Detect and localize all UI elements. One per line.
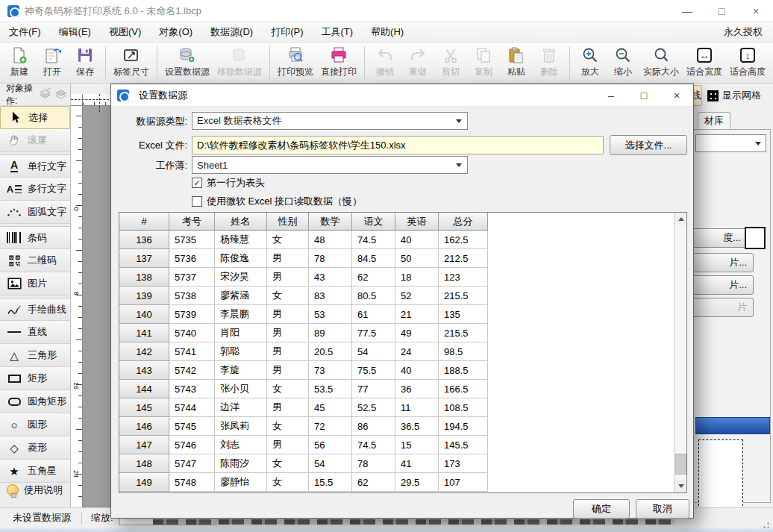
direct-print-button[interactable]: 直接打印 xyxy=(317,44,360,81)
new-button[interactable]: 新建 xyxy=(3,44,36,81)
column-header[interactable]: # xyxy=(119,213,169,231)
open-file-icon xyxy=(43,46,61,65)
worksheet-dropdown[interactable]: Sheet1 xyxy=(192,156,468,174)
column-header[interactable]: 姓名 xyxy=(215,213,267,231)
tool-diamond[interactable]: ◇ 菱形 xyxy=(0,436,70,460)
column-header[interactable]: 总分 xyxy=(439,213,488,231)
minimize-button[interactable]: — xyxy=(670,0,704,22)
table-row[interactable]: 1415740肖阳男8977.549215.5 xyxy=(119,324,488,342)
show-grid-button[interactable]: 显示网格 xyxy=(704,85,772,106)
dialog-maximize-button[interactable]: □ xyxy=(628,84,660,106)
tool-arc-text[interactable]: 圆弧文字 xyxy=(0,201,70,224)
tool-triangle[interactable]: △ 三角形 xyxy=(0,344,70,367)
tool-qrcode[interactable]: 二维码 xyxy=(0,249,70,272)
table-cell: 20.5 xyxy=(309,342,352,361)
table-cell: 24 xyxy=(395,342,439,361)
paste-button[interactable]: 粘贴 xyxy=(500,44,533,81)
dialog-close-button[interactable]: × xyxy=(660,84,693,106)
column-header[interactable]: 英语 xyxy=(395,213,439,231)
checkbox-unchecked-icon[interactable] xyxy=(192,196,202,207)
menu-tools[interactable]: 工具(T) xyxy=(312,22,362,42)
table-cell: 89 xyxy=(309,324,352,342)
ok-button[interactable]: 确定 xyxy=(573,499,630,519)
menu-print[interactable]: 打印(P) xyxy=(262,22,312,42)
table-row[interactable]: 1445743张小贝女53.57736166.5 xyxy=(119,380,488,398)
picture-button-2[interactable]: 片... xyxy=(686,275,754,295)
fit-width-button[interactable]: ↔ 适合宽度 xyxy=(683,44,726,81)
thickness-button[interactable]: 度... xyxy=(686,228,748,248)
menu-datasource[interactable]: 数据源(D) xyxy=(201,22,262,42)
label-size-button[interactable]: 标签尺寸 xyxy=(110,44,153,81)
column-header[interactable]: 语文 xyxy=(352,213,395,231)
menu-object[interactable]: 对象(O) xyxy=(150,22,201,42)
menu-help[interactable]: 帮助(H) xyxy=(362,22,413,42)
tool-single-line-text[interactable]: A 单行文字 xyxy=(0,154,70,178)
zoom-out-icon xyxy=(614,46,632,65)
tool-multi-line-text[interactable]: A 多行文字 xyxy=(0,178,70,201)
library-tab[interactable]: 材库 xyxy=(698,112,730,130)
table-row[interactable]: 1385737宋汐昊男436218123 xyxy=(119,268,488,287)
table-row[interactable]: 1405739李晨鹏男536121135 xyxy=(119,305,488,324)
tool-line[interactable]: 直线 xyxy=(0,321,70,344)
menu-view[interactable]: 视图(V) xyxy=(100,22,150,42)
cancel-button[interactable]: 取消 xyxy=(636,499,689,519)
table-row[interactable]: 1485747陈雨汐女547841173 xyxy=(119,454,488,473)
print-preview-button[interactable]: 打印预览 xyxy=(274,44,317,81)
library-dropdown[interactable] xyxy=(695,134,766,152)
fit-height-button[interactable]: ↕ 适合高度 xyxy=(726,44,769,81)
table-row[interactable]: 1425741郭聪男20.5542498.5 xyxy=(119,342,488,361)
tool-circle[interactable]: ○ 圆形 xyxy=(0,413,70,436)
actual-size-button[interactable]: 实际大小 xyxy=(639,44,683,81)
right-panel: 线 显示网格 材库 度... 片... 片... 片 xyxy=(688,84,773,507)
excel-file-input[interactable] xyxy=(192,136,604,154)
scissors-icon xyxy=(442,46,460,65)
maximize-button[interactable]: □ xyxy=(704,0,739,22)
column-header[interactable]: 考号 xyxy=(169,213,215,231)
table-cell: 107 xyxy=(439,473,488,492)
scroll-up-arrow[interactable] xyxy=(675,213,687,225)
scroll-down-arrow[interactable] xyxy=(675,480,687,492)
table-row[interactable]: 1395738廖紫涵女8380.552215.5 xyxy=(119,287,488,305)
checkbox-checked-icon[interactable]: ✓ xyxy=(192,178,202,188)
dialog-minimize-button[interactable]: – xyxy=(595,84,628,106)
menu-file[interactable]: 文件(F) xyxy=(0,22,50,42)
guide-line-vertical xyxy=(99,94,100,112)
column-header[interactable]: 性别 xyxy=(267,213,309,231)
print-preview-icon xyxy=(287,46,304,65)
ms-excel-checkbox-row[interactable]: 使用微软 Excel 接口读取数据（慢） xyxy=(192,195,362,208)
menu-edit[interactable]: 编辑(E) xyxy=(50,22,100,42)
choose-file-button[interactable]: 选择文件... xyxy=(610,135,687,155)
first-row-header-checkbox-row[interactable]: ✓ 第一行为表头 xyxy=(192,176,265,190)
close-button[interactable]: × xyxy=(739,0,773,22)
table-row[interactable]: 1365735杨臻慧女4874.540162.5 xyxy=(119,231,488,249)
open-button[interactable]: 打开 xyxy=(36,44,69,81)
table-cell: 5747 xyxy=(169,454,215,473)
label-size-icon xyxy=(122,46,140,65)
save-button[interactable]: 保存 xyxy=(69,44,101,81)
table-cell: 5736 xyxy=(169,249,215,268)
table-scrollbar[interactable] xyxy=(674,213,686,492)
tool-select[interactable]: 选择 xyxy=(0,106,70,129)
tool-barcode[interactable]: 条码 xyxy=(0,226,70,249)
tool-image[interactable]: 图片 xyxy=(0,272,70,295)
zoom-out-button[interactable]: 缩小 xyxy=(607,44,639,81)
help-button[interactable]: 使用说明 xyxy=(0,479,70,501)
table-row[interactable]: 1435742李旋男7375.540188.5 xyxy=(119,361,488,380)
tool-rounded-rectangle[interactable]: 圆角矩形 xyxy=(0,390,70,413)
table-row[interactable]: 1475746刘志男5674.515145.5 xyxy=(119,436,488,454)
color-swatch[interactable] xyxy=(745,227,766,249)
tool-rectangle[interactable]: 矩形 xyxy=(0,367,70,390)
picture-button-1[interactable]: 片... xyxy=(686,253,754,272)
table-row[interactable]: 1375736陈俊逸男7884.550212.5 xyxy=(119,249,488,268)
table-cell: 29.5 xyxy=(395,473,439,492)
table-row[interactable]: 1465745张凤莉女728636.5194.5 xyxy=(119,417,488,436)
tool-freehand-curve[interactable]: 手绘曲线 xyxy=(0,298,70,321)
table-row[interactable]: 1455744边洋男4552.511108.5 xyxy=(119,398,488,417)
table-row[interactable]: 1495748廖静怡女15.56229.5107 xyxy=(119,473,488,492)
set-datasource-button[interactable]: 设置数据源 xyxy=(161,44,213,81)
scrollbar-thumb[interactable] xyxy=(675,454,686,475)
column-header[interactable]: 数学 xyxy=(309,213,352,231)
copy-icon xyxy=(475,46,492,65)
datasource-type-dropdown[interactable]: Excel 数据表格文件 xyxy=(192,112,468,130)
zoom-in-button[interactable]: 放大 xyxy=(574,44,607,81)
